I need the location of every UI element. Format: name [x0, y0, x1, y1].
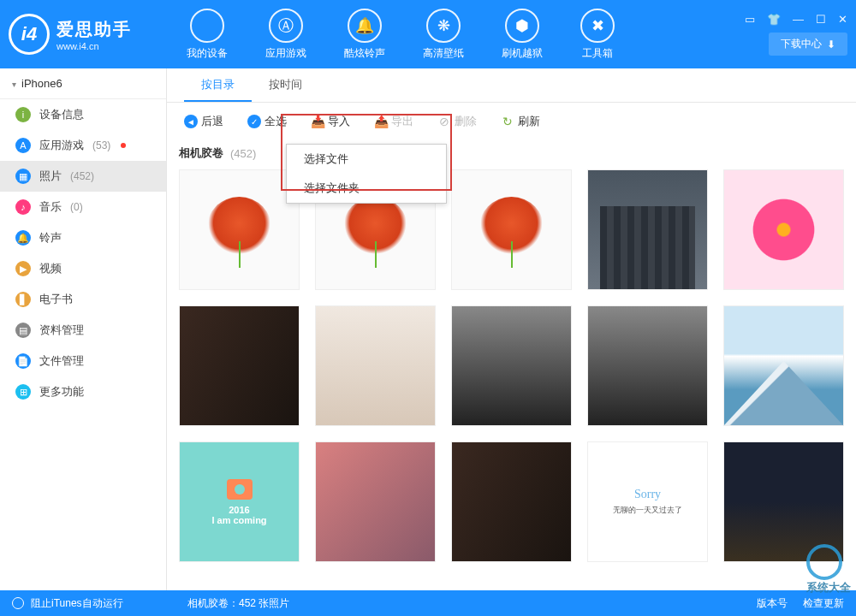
topnav-icon: ❋	[426, 9, 461, 43]
import-dropdown: 选择文件 选择文件夹	[286, 144, 447, 204]
tab-0[interactable]: 按目录	[184, 68, 252, 102]
topnav-icon: Ⓐ	[269, 9, 303, 43]
refresh-icon: ↻	[501, 115, 514, 128]
sidebar-count: (53)	[92, 139, 110, 151]
photo-thumb[interactable]	[723, 441, 844, 562]
sidebar-item-4[interactable]: 🔔铃声	[0, 222, 166, 253]
delete-button[interactable]: ⊘删除	[432, 110, 482, 133]
photo-thumb[interactable]	[179, 305, 300, 426]
album-header: 相机胶卷 (452)	[167, 140, 856, 169]
sidebar-label: 音乐	[39, 199, 62, 215]
import-button[interactable]: 📥导入	[306, 110, 355, 133]
topnav-item-2[interactable]: 🔔酷炫铃声	[337, 5, 392, 64]
delete-icon: ⊘	[437, 115, 451, 128]
sidebar-item-8[interactable]: 📄文件管理	[0, 346, 166, 376]
download-center-button[interactable]: 下载中心⬇	[769, 33, 847, 56]
version-label[interactable]: 版本号	[757, 596, 788, 611]
topnav-label: 我的设备	[187, 46, 228, 61]
logo: i4 爱思助手 www.i4.cn	[9, 14, 163, 55]
photo-thumb[interactable]: 无聊的一天又过去了	[587, 441, 708, 562]
topnav-label: 高清壁纸	[423, 46, 464, 61]
sidebar-label: 资料管理	[39, 323, 84, 338]
sidebar-label: 照片	[39, 169, 62, 184]
photo-grid: 2016I am coming 无聊的一天又过去了	[179, 169, 844, 562]
sidebar-icon: ▤	[15, 323, 31, 338]
sidebar-icon: i	[15, 107, 31, 122]
album-count: (452)	[230, 147, 256, 160]
topnav-icon: ✖	[580, 9, 615, 43]
photo-thumb[interactable]	[451, 305, 572, 426]
minimize-button[interactable]: —	[793, 13, 804, 26]
top-nav: 我的设备Ⓐ应用游戏🔔酷炫铃声❋高清壁纸⬢刷机越狱✖工具箱	[180, 5, 745, 64]
sidebar-item-6[interactable]: ▋电子书	[0, 284, 166, 315]
photo-thumb[interactable]	[451, 441, 572, 562]
import-folder-option[interactable]: 选择文件夹	[287, 174, 446, 203]
topnav-item-3[interactable]: ❋高清壁纸	[416, 5, 471, 64]
photo-thumb[interactable]	[723, 305, 844, 426]
sidebar-item-3[interactable]: ♪音乐 (0)	[0, 192, 166, 222]
check-update-button[interactable]: 检查更新	[803, 596, 844, 611]
tab-1[interactable]: 按时间	[252, 68, 319, 102]
app-subtitle: www.i4.cn	[56, 41, 132, 51]
camera-icon	[227, 479, 253, 500]
photo-thumb[interactable]	[451, 169, 572, 290]
statusbar: 阻止iTunes自动运行 相机胶卷：452 张照片 版本号 检查更新	[0, 590, 856, 616]
notification-dot	[121, 143, 126, 148]
sidebar-item-9[interactable]: ⊞更多功能	[0, 376, 166, 407]
topnav-item-0[interactable]: 我的设备	[180, 5, 235, 64]
sidebar-icon: 🔔	[15, 230, 31, 246]
sidebar-item-1[interactable]: A应用游戏 (53)	[0, 130, 166, 161]
sidebar-label: 铃声	[39, 230, 62, 246]
photo-thumb[interactable]	[179, 169, 300, 290]
topnav-item-1[interactable]: Ⓐ应用游戏	[259, 5, 313, 64]
sidebar-item-0[interactable]: i设备信息	[0, 99, 166, 130]
topnav-icon: ⬢	[505, 9, 539, 43]
status-main: 相机胶卷：452 张照片	[187, 596, 289, 611]
topnav-label: 刷机越狱	[502, 46, 543, 61]
window-controls: ▭ 👕 — ☐ ✕	[745, 13, 847, 26]
sidebar-label: 电子书	[39, 292, 73, 307]
sidebar-count: (452)	[70, 170, 94, 182]
import-file-option[interactable]: 选择文件	[287, 145, 446, 174]
app-title: 爱思助手	[56, 18, 132, 41]
sidebar-icon: ♪	[15, 199, 31, 215]
sidebar: iPhone6 i设备信息 A应用游戏 (53)▦照片 (452)♪音乐 (0)…	[0, 68, 167, 590]
select-all-button[interactable]: ✓全选	[242, 110, 292, 133]
sidebar-item-5[interactable]: ▶视频	[0, 253, 166, 284]
back-icon: ◄	[184, 115, 198, 128]
titlebar: i4 爱思助手 www.i4.cn 我的设备Ⓐ应用游戏🔔酷炫铃声❋高清壁纸⬢刷机…	[0, 0, 856, 68]
sidebar-item-2[interactable]: ▦照片 (452)	[0, 161, 166, 192]
device-selector[interactable]: iPhone6	[0, 68, 166, 99]
sidebar-icon: ▶	[15, 261, 31, 276]
view-tabs: 按目录按时间	[167, 68, 856, 103]
toolbar: ◄后退 ✓全选 📥导入 📤导出 ⊘删除 ↻刷新	[167, 103, 856, 140]
photo-thumb[interactable]	[315, 441, 436, 562]
photo-thumb[interactable]	[723, 169, 844, 290]
export-button[interactable]: 📤导出	[369, 110, 419, 133]
photo-thumb[interactable]: 2016I am coming	[179, 441, 300, 562]
status-indicator-icon	[12, 597, 24, 609]
back-button[interactable]: ◄后退	[179, 110, 229, 133]
main-panel: 按目录按时间 ◄后退 ✓全选 📥导入 📤导出 ⊘删除 ↻刷新 相机胶卷 (452…	[167, 68, 856, 590]
refresh-button[interactable]: ↻刷新	[496, 110, 545, 133]
check-icon: ✓	[247, 115, 261, 128]
album-name: 相机胶卷	[179, 145, 223, 161]
feedback-icon[interactable]: ▭	[745, 13, 755, 26]
photo-thumb[interactable]	[315, 305, 436, 426]
sidebar-label: 更多功能	[39, 384, 84, 400]
photo-thumb[interactable]	[587, 169, 708, 290]
close-button[interactable]: ✕	[838, 13, 847, 26]
sidebar-count: (0)	[70, 201, 83, 213]
photo-thumb[interactable]	[587, 305, 708, 426]
sidebar-label: 应用游戏	[39, 138, 84, 153]
topnav-label: 工具箱	[582, 46, 613, 61]
sidebar-item-7[interactable]: ▤资料管理	[0, 315, 166, 346]
maximize-button[interactable]: ☐	[816, 13, 826, 26]
topnav-item-4[interactable]: ⬢刷机越狱	[495, 5, 550, 64]
itunes-block-label[interactable]: 阻止iTunes自动运行	[31, 596, 123, 611]
logo-badge: i4	[9, 14, 50, 55]
import-icon: 📥	[311, 115, 324, 128]
topnav-item-5[interactable]: ✖工具箱	[574, 5, 621, 64]
skin-icon[interactable]: 👕	[767, 13, 781, 26]
photo-grid-scroll[interactable]: 2016I am coming 无聊的一天又过去了	[167, 169, 856, 590]
